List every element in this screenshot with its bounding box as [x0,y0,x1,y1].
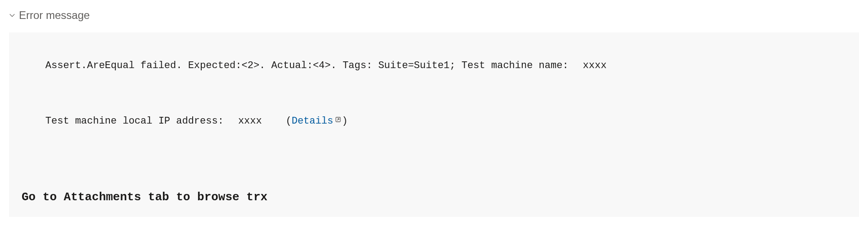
test-machine-ip-value: xxxx [238,115,262,127]
details-link-label: Details [292,115,333,127]
chevron-down-icon [9,12,15,18]
error-line-1: Assert.AreEqual failed. Expected:<2>. Ac… [22,43,846,88]
attachments-hint: Go to Attachments tab to browse trx [22,189,846,206]
navigate-external-icon [335,113,342,128]
test-machine-name-value: xxxx [583,60,607,71]
error-line-2-text: Test machine local IP address: [45,115,224,127]
error-section-header[interactable]: Error message [9,9,859,22]
details-close-paren: ) [342,115,348,127]
details-link[interactable]: Details [292,115,342,127]
details-open-paren: ( [286,115,292,127]
error-line-1-text: Assert.AreEqual failed. Expected:<2>. Ac… [45,60,569,71]
section-title: Error message [19,9,90,22]
error-line-2: Test machine local IP address:xxxx (Deta… [22,99,846,143]
error-message-panel: Assert.AreEqual failed. Expected:<2>. Ac… [9,32,859,217]
